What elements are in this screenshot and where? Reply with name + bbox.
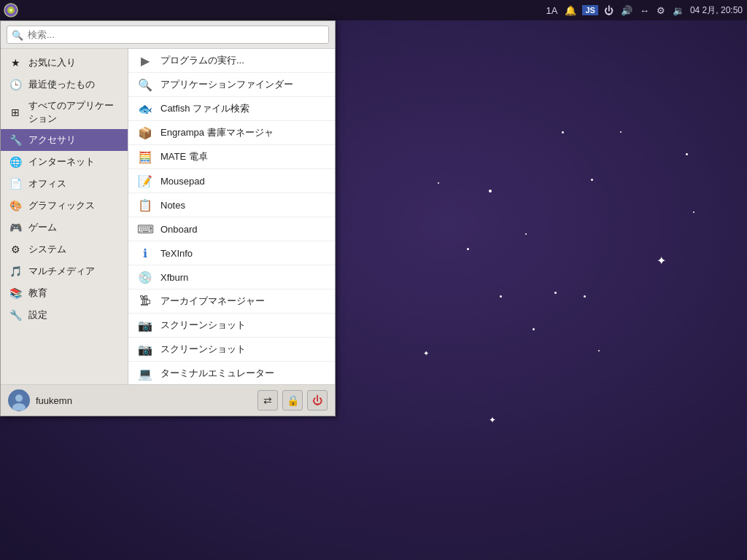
sidebar-item-graphics[interactable]: 🎨 グラフィックス — [1, 195, 128, 217]
category-icon-all: ⊞ — [8, 105, 23, 120]
app-icon: 📝 — [137, 173, 153, 189]
volume-icon[interactable]: 🔉 — [671, 4, 686, 18]
category-icon-internet: 🌐 — [8, 155, 23, 169]
app-list-item[interactable]: ℹTeXInfo — [128, 241, 335, 265]
category-label-education: 教育 — [28, 287, 47, 300]
star — [620, 131, 622, 133]
star — [598, 350, 600, 351]
sidebar-item-multimedia[interactable]: 🎵 マルチメディア — [1, 260, 128, 282]
star — [584, 295, 586, 298]
power-indicator[interactable]: ⏻ — [603, 4, 615, 18]
sidebar-item-internet[interactable]: 🌐 インターネット — [1, 151, 128, 173]
star — [467, 248, 469, 250]
star — [554, 292, 557, 294]
sidebar-item-settings[interactable]: 🔧 設定 — [1, 304, 128, 326]
category-label-all: すべてのアプリケーション — [28, 99, 120, 125]
sidebar-item-system[interactable]: ⚙ システム — [1, 238, 128, 260]
category-label-settings: 設定 — [28, 308, 47, 322]
sidebar-item-education[interactable]: 📚 教育 — [1, 282, 128, 304]
star — [693, 211, 694, 213]
js-indicator[interactable]: JS — [582, 5, 597, 15]
app-label: プログラムの実行... — [160, 54, 244, 67]
app-icon: 📦 — [137, 125, 153, 141]
category-icon-settings: 🔧 — [8, 308, 23, 322]
app-icon: 📷 — [137, 341, 153, 357]
app-label: アプリケーションファインダー — [160, 78, 293, 91]
app-list-item[interactable]: 📷スクリーンショット — [128, 338, 335, 362]
sidebar-item-games[interactable]: 🎮 ゲーム — [1, 217, 128, 238]
search-icon: 🔍 — [12, 29, 23, 40]
star — [525, 233, 527, 235]
app-label: Onboard — [160, 224, 198, 235]
switch-user-button[interactable]: ⇄ — [258, 390, 278, 411]
app-list-item[interactable]: 📝Mousepad — [128, 169, 335, 193]
app-icon: 💻 — [137, 365, 153, 381]
category-icon-favorites: ★ — [8, 55, 23, 70]
sidebar-item-favorites[interactable]: ★ お気に入り — [1, 52, 128, 74]
category-icon-multimedia: 🎵 — [8, 264, 23, 279]
search-bar: 🔍 — [1, 21, 335, 49]
app-icon: 💿 — [137, 269, 153, 285]
app-list-item[interactable]: 🗜アーカイブマネージャー — [128, 289, 335, 314]
app-list-item[interactable]: 🐟Catfish ファイル検索 — [128, 97, 335, 121]
keyboard-indicator[interactable]: 1A — [545, 4, 560, 18]
category-label-graphics: グラフィックス — [28, 199, 95, 212]
search-input[interactable] — [7, 26, 329, 44]
network-icon[interactable]: ↔ — [638, 4, 651, 18]
app-icon: 🐟 — [137, 101, 153, 117]
star — [562, 131, 564, 133]
username-label: fuukemn — [36, 395, 258, 406]
menu-body: ★ お気に入り 🕒 最近使ったもの ⊞ すべてのアプリケーション 🔧 アクセサリ… — [1, 49, 335, 384]
sidebar-item-accessories[interactable]: 🔧 アクセサリ — [1, 129, 128, 151]
star: ✦ — [489, 416, 496, 424]
app-list-item[interactable]: 🧮MATE 電卓 — [128, 145, 335, 169]
star — [533, 328, 535, 330]
app-label: Mousepad — [160, 176, 205, 187]
sidebar-item-recent[interactable]: 🕒 最近使ったもの — [1, 74, 128, 96]
app-list-item[interactable]: 📦Engrampa 書庫マネージャ — [128, 121, 335, 145]
sidebar-item-all[interactable]: ⊞ すべてのアプリケーション — [1, 96, 128, 129]
app-label: ターミナルエミュレーター — [160, 367, 274, 380]
star — [438, 182, 439, 184]
app-list-item[interactable]: ⌨Onboard — [128, 217, 335, 241]
lock-button[interactable]: 🔒 — [282, 390, 303, 411]
app-icon: ⌨ — [137, 221, 153, 237]
category-icon-system: ⚙ — [8, 242, 23, 257]
sidebar-item-office[interactable]: 📄 オフィス — [1, 173, 128, 195]
taskbar: 1A 🔔 JS ⏻ 🔊 ↔ ⚙ 🔉 04 2月, 20:50 — [0, 0, 747, 20]
star — [686, 153, 688, 155]
category-icon-accessories: 🔧 — [8, 133, 23, 147]
power-button[interactable]: ⏻ — [307, 390, 328, 411]
app-list-item[interactable]: 💿Xfburn — [128, 265, 335, 289]
star: ✦ — [657, 255, 666, 267]
footer-buttons: ⇄ 🔒 ⏻ — [258, 390, 328, 411]
app-list-item[interactable]: ▶プログラムの実行... — [128, 49, 335, 73]
menu-footer: fuukemn ⇄ 🔒 ⏻ — [1, 384, 335, 416]
svg-point-2 — [9, 9, 12, 12]
categories-sidebar: ★ お気に入り 🕒 最近使ったもの ⊞ すべてのアプリケーション 🔧 アクセサリ… — [1, 49, 128, 384]
category-label-accessories: アクセサリ — [28, 133, 76, 147]
svg-point-4 — [15, 394, 23, 402]
app-label: Notes — [160, 200, 185, 211]
taskbar-logo[interactable] — [3, 2, 19, 18]
star — [500, 295, 502, 298]
app-list-item[interactable]: 📋Notes — [128, 193, 335, 217]
volume-high-icon[interactable]: 🔊 — [619, 4, 634, 18]
app-list-item[interactable]: 🔍アプリケーションファインダー — [128, 73, 335, 97]
app-list: ▶プログラムの実行...🔍アプリケーションファインダー🐟Catfish ファイル… — [128, 49, 335, 384]
star — [591, 179, 593, 181]
category-icon-education: 📚 — [8, 286, 23, 300]
app-icon: 🧮 — [137, 149, 153, 165]
category-label-system: システム — [28, 243, 66, 256]
desktop: 1A 🔔 JS ⏻ 🔊 ↔ ⚙ 🔉 04 2月, 20:50 🔍 ★ お気に入り… — [0, 0, 747, 560]
taskbar-right: 1A 🔔 JS ⏻ 🔊 ↔ ⚙ 🔉 04 2月, 20:50 — [545, 4, 747, 18]
app-list-item[interactable]: 📷スクリーンショット — [128, 314, 335, 338]
app-list-item[interactable]: 💻ターミナルエミュレーター — [128, 362, 335, 384]
settings-icon[interactable]: ⚙ — [655, 4, 667, 18]
app-icon: 📷 — [137, 317, 153, 333]
notification-icon[interactable]: 🔔 — [563, 4, 578, 18]
app-icon: ℹ — [137, 245, 153, 261]
category-label-favorites: お気に入り — [28, 56, 76, 69]
category-label-recent: 最近使ったもの — [28, 78, 95, 91]
app-label: MATE 電卓 — [160, 150, 208, 163]
